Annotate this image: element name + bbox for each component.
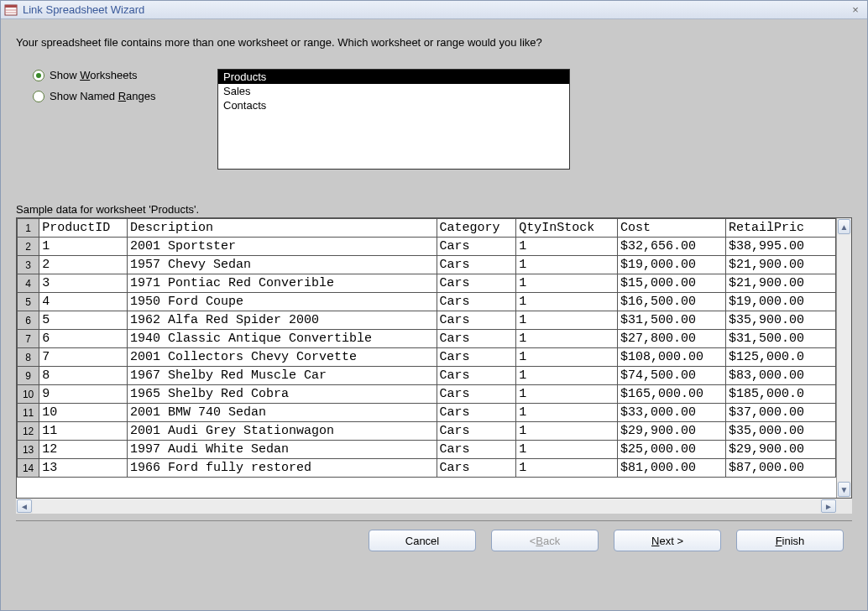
cell: $81,000.00 bbox=[618, 459, 726, 478]
table-row: 12112001 Audi Grey StationwagonCars1$29,… bbox=[18, 422, 836, 441]
worksheet-listbox[interactable]: ProductsSalesContacts bbox=[217, 69, 570, 170]
cell: $87,000.00 bbox=[726, 459, 836, 478]
cell: 1 bbox=[516, 459, 618, 478]
cell: Cars bbox=[437, 385, 516, 404]
close-button[interactable]: × bbox=[847, 3, 864, 17]
cell: Cars bbox=[437, 422, 516, 441]
cell: Cars bbox=[437, 238, 516, 256]
cell: 1 bbox=[516, 293, 618, 311]
horizontal-scrollbar[interactable]: ◄ ► bbox=[16, 499, 837, 514]
cell: 1940 Classic Antique Convertible bbox=[127, 330, 437, 348]
cell: Cars bbox=[437, 256, 516, 274]
cell: $74,500.00 bbox=[618, 367, 726, 385]
source-chooser: Show Worksheets Show Named Ranges Produc… bbox=[16, 69, 852, 170]
radio-dot-icon bbox=[33, 70, 44, 81]
cell: 4 bbox=[39, 293, 128, 311]
cell: 1 bbox=[39, 238, 128, 256]
cell: 1967 Shelby Red Muscle Car bbox=[127, 367, 437, 385]
scroll-right-icon[interactable]: ► bbox=[821, 499, 836, 513]
cell: 6 bbox=[39, 330, 128, 348]
list-item[interactable]: Contacts bbox=[218, 98, 569, 112]
row-header: 4 bbox=[18, 274, 39, 293]
sample-grid: 1ProductIDDescriptionCategoryQtyInStockC… bbox=[16, 217, 852, 499]
cell: 11 bbox=[39, 422, 128, 441]
cell: 1971 Pontiac Red Converible bbox=[127, 274, 437, 293]
finish-button[interactable]: Finish bbox=[736, 530, 844, 551]
cell: 1 bbox=[516, 422, 618, 441]
radio-show-named-ranges[interactable]: Show Named Ranges bbox=[33, 90, 184, 102]
window-title: Link Spreadsheet Wizard bbox=[23, 3, 144, 16]
cell: 1 bbox=[516, 330, 618, 348]
table-row: 13121997 Audi White SedanCars1$25,000.00… bbox=[18, 441, 836, 459]
row-header: 6 bbox=[18, 311, 39, 330]
grid-viewport[interactable]: 1ProductIDDescriptionCategoryQtyInStockC… bbox=[17, 218, 836, 498]
radio-show-worksheets[interactable]: Show Worksheets bbox=[33, 69, 184, 81]
cell: 1 bbox=[516, 238, 618, 256]
column-header: QtyInStock bbox=[516, 219, 618, 238]
row-header: 8 bbox=[18, 348, 39, 367]
cell: $19,000.00 bbox=[618, 256, 726, 274]
cell: $35,900.00 bbox=[726, 311, 836, 330]
radio-group: Show Worksheets Show Named Ranges bbox=[16, 69, 184, 102]
table-row: 431971 Pontiac Red ConveribleCars1$15,00… bbox=[18, 274, 836, 293]
cell: 13 bbox=[39, 459, 128, 478]
cell: Cars bbox=[437, 404, 516, 422]
wizard-content: Your spreadsheet file contains more than… bbox=[1, 19, 867, 610]
column-header: Description bbox=[127, 219, 437, 238]
cell: 2001 Audi Grey Stationwagon bbox=[127, 422, 437, 441]
scroll-track[interactable] bbox=[837, 235, 851, 481]
radio-label: Show Worksheets bbox=[50, 69, 138, 81]
scroll-left-icon[interactable]: ◄ bbox=[17, 499, 32, 513]
cell: Cars bbox=[437, 348, 516, 367]
cell: $21,900.00 bbox=[726, 274, 836, 293]
table-row: 981967 Shelby Red Muscle CarCars1$74,500… bbox=[18, 367, 836, 385]
next-button[interactable]: Next > bbox=[614, 530, 721, 551]
cell: 1 bbox=[516, 256, 618, 274]
cell: 1 bbox=[516, 441, 618, 459]
cell: $35,000.00 bbox=[726, 422, 836, 441]
svg-rect-1 bbox=[5, 5, 17, 8]
cell: 1965 Shelby Red Cobra bbox=[127, 385, 437, 404]
scroll-down-icon[interactable]: ▼ bbox=[838, 482, 850, 497]
cell: 2001 Collectors Chevy Corvette bbox=[127, 348, 437, 367]
column-header: ProductID bbox=[39, 219, 128, 238]
table-row: 872001 Collectors Chevy CorvetteCars1$10… bbox=[18, 348, 836, 367]
scroll-up-icon[interactable]: ▲ bbox=[838, 219, 850, 234]
cell: 1 bbox=[516, 367, 618, 385]
cell: 12 bbox=[39, 441, 128, 459]
cell: $125,000.0 bbox=[726, 348, 836, 367]
row-header: 14 bbox=[18, 459, 39, 478]
cell: 1 bbox=[516, 274, 618, 293]
list-item[interactable]: Sales bbox=[218, 84, 569, 98]
divider bbox=[16, 520, 852, 521]
row-header: 11 bbox=[18, 404, 39, 422]
cell: $32,656.00 bbox=[618, 238, 726, 256]
cell: Cars bbox=[437, 293, 516, 311]
column-header: Cost bbox=[618, 219, 726, 238]
cell: 1 bbox=[516, 385, 618, 404]
instruction-text: Your spreadsheet file contains more than… bbox=[16, 36, 852, 49]
scroll-corner bbox=[837, 499, 852, 514]
vertical-scrollbar[interactable]: ▲ ▼ bbox=[836, 218, 851, 498]
table-row: 321957 Chevy SedanCars1$19,000.00$21,900… bbox=[18, 256, 836, 274]
cell: 8 bbox=[39, 367, 128, 385]
cell: 7 bbox=[39, 348, 128, 367]
radio-dot-icon bbox=[33, 91, 44, 102]
cell: Cars bbox=[437, 330, 516, 348]
cell: $21,900.00 bbox=[726, 256, 836, 274]
cell: $15,000.00 bbox=[618, 274, 726, 293]
wizard-buttons: Cancel < Back Next > Finish bbox=[16, 530, 852, 551]
scroll-track[interactable] bbox=[33, 499, 820, 514]
cancel-button[interactable]: Cancel bbox=[369, 530, 476, 551]
cell: 5 bbox=[39, 311, 128, 330]
cell: Cars bbox=[437, 459, 516, 478]
row-header: 9 bbox=[18, 367, 39, 385]
row-header: 1 bbox=[18, 219, 39, 238]
row-header: 12 bbox=[18, 422, 39, 441]
table-row: 761940 Classic Antique ConvertibleCars1$… bbox=[18, 330, 836, 348]
back-button: < Back bbox=[491, 530, 599, 551]
list-item[interactable]: Products bbox=[218, 70, 569, 84]
cell: $16,500.00 bbox=[618, 293, 726, 311]
cell: 2001 BMW 740 Sedan bbox=[127, 404, 437, 422]
cell: $31,500.00 bbox=[726, 330, 836, 348]
